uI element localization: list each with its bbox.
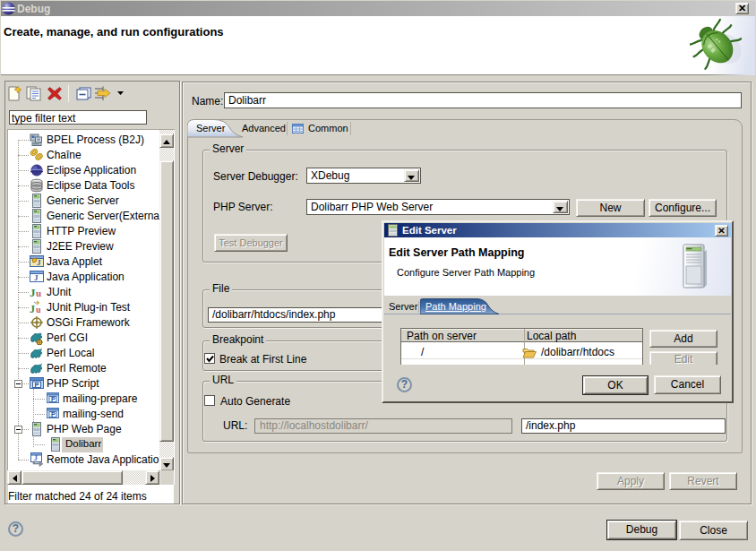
svg-text:P: P [51,396,56,402]
svg-text:J: J [34,454,38,462]
svg-text:P: P [51,411,56,418]
svg-text:J: J [30,303,35,314]
svg-text:P: P [35,381,39,389]
svg-text:u: u [36,288,41,298]
svg-text:u: u [36,305,41,314]
svg-text:J: J [34,273,39,282]
svg-text:J: J [37,258,41,267]
svg-text:J: J [30,286,36,299]
